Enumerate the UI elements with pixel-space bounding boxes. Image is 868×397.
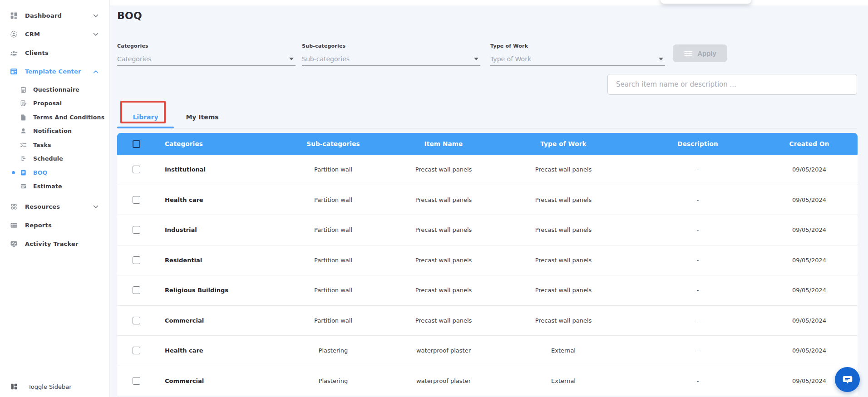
row-checkbox[interactable] <box>133 256 140 264</box>
cell-description: - <box>635 226 761 233</box>
column-header-description: Description <box>635 140 761 147</box>
sidebar-item-tasks[interactable]: Tasks <box>0 138 109 152</box>
row-checkbox[interactable] <box>133 226 140 234</box>
table-row[interactable]: Health carePlasteringwaterproof plasterE… <box>117 336 858 366</box>
cell-created-on: 09/05/2024 <box>761 257 858 264</box>
table-row[interactable]: Religious BuildingsPartition wallPrecast… <box>117 275 858 306</box>
table-header-row: CategoriesSub-categoriesItem NameType of… <box>117 133 858 155</box>
sidebar-item-notification[interactable]: Notification <box>0 124 109 138</box>
chevron-down-icon <box>93 14 99 18</box>
sidebar-item-resources[interactable]: Resources <box>0 197 109 216</box>
cell-type-of-work: Precast wall panels <box>492 226 635 233</box>
sidebar-item-label: Tasks <box>33 142 51 148</box>
chat-widget-button[interactable] <box>835 367 860 392</box>
column-header-item-name: Item Name <box>395 140 492 147</box>
cell-description: - <box>635 166 761 173</box>
row-checkbox[interactable] <box>133 166 140 173</box>
schedule-icon <box>20 155 27 162</box>
cell-sub-categories: Partition wall <box>271 166 395 173</box>
estimate-icon <box>20 183 27 190</box>
sidebar-item-proposal[interactable]: Proposal <box>0 97 109 111</box>
categories-select[interactable]: Categories <box>117 52 296 66</box>
row-checkbox[interactable] <box>133 196 140 204</box>
sidebar-item-schedule[interactable]: Schedule <box>0 152 109 166</box>
toggle-sidebar-button[interactable]: Toggle Sidebar <box>10 382 72 391</box>
row-checkbox[interactable] <box>133 347 140 354</box>
table-row[interactable]: InstitutionalPartition wallPrecast wall … <box>117 155 858 185</box>
categories-filter-label: Categories <box>117 43 296 49</box>
row-checkbox-cell <box>117 286 156 294</box>
tab-library-label: Library <box>133 113 158 121</box>
row-checkbox[interactable] <box>133 286 140 294</box>
sidebar-item-template-center[interactable]: Template Center <box>0 62 109 81</box>
sidebar-item-crm[interactable]: CRM <box>0 25 109 44</box>
search-input[interactable] <box>607 74 857 95</box>
table-row[interactable]: IndustrialPartition wallPrecast wall pan… <box>117 215 858 245</box>
cell-categories: Commercial <box>156 377 271 384</box>
sidebar-item-label: Clients <box>25 49 49 56</box>
questionnaire-icon <box>20 86 27 93</box>
cell-created-on: 09/05/2024 <box>761 166 858 173</box>
active-tab-indicator <box>117 127 174 128</box>
cell-sub-categories: Partition wall <box>271 196 395 203</box>
subcategories-filter-label: Sub-categories <box>302 43 480 49</box>
boq-icon <box>20 169 27 176</box>
select-all-checkbox[interactable] <box>133 140 140 148</box>
sidebar-item-questionnaire[interactable]: Questionnaire <box>0 83 109 97</box>
sidebar-item-reports[interactable]: Reports <box>0 216 109 235</box>
row-checkbox-cell <box>117 196 156 204</box>
sidebar-item-label: Questionnaire <box>33 86 79 93</box>
tabs-baseline <box>117 128 857 128</box>
main-content: BOQ Categories Categories Sub-categories… <box>110 5 868 397</box>
row-checkbox-cell <box>117 166 156 173</box>
sidebar-item-estimate[interactable]: Estimate <box>0 180 109 194</box>
cell-categories: Industrial <box>156 226 271 233</box>
cell-type-of-work: Precast wall panels <box>492 317 635 324</box>
sidebar-item-activity-tracker[interactable]: Activity Tracker <box>0 235 109 253</box>
row-checkbox[interactable] <box>133 377 140 385</box>
subcategories-filter: Sub-categories Sub-categories <box>302 43 480 66</box>
apply-button[interactable]: Apply <box>673 44 727 62</box>
subcategories-select-value: Sub-categories <box>302 55 350 63</box>
app-root: DashboardCRMClientsTemplate CenterQuesti… <box>0 0 868 397</box>
type-of-work-select[interactable]: Type of Work <box>490 52 665 66</box>
tab-my-items[interactable]: My Items <box>174 106 231 128</box>
sidebar-item-label: Proposal <box>33 100 62 107</box>
table-row[interactable]: ResidentialPartition wallPrecast wall pa… <box>117 245 858 276</box>
row-checkbox[interactable] <box>133 317 140 324</box>
cell-type-of-work: Precast wall panels <box>492 287 635 294</box>
cell-sub-categories: Partition wall <box>271 226 395 233</box>
cell-sub-categories: Plastering <box>271 347 395 354</box>
subcategories-select[interactable]: Sub-categories <box>302 52 480 66</box>
sidebar-item-boq[interactable]: BOQ <box>0 166 109 180</box>
sidebar: DashboardCRMClientsTemplate CenterQuesti… <box>0 0 110 397</box>
template-center-icon <box>10 68 18 75</box>
cell-item-name: waterproof plaster <box>395 347 492 354</box>
sidebar-item-label: Schedule <box>33 155 63 162</box>
column-header-type-of-work: Type of Work <box>492 140 635 147</box>
cell-categories: Commercial <box>156 317 271 324</box>
row-checkbox-cell <box>117 377 156 385</box>
table-row[interactable]: CommercialPlasteringwaterproof plasterEx… <box>117 366 858 397</box>
cell-item-name: Precast wall panels <box>395 196 492 203</box>
table-row[interactable]: Health carePartition wallPrecast wall pa… <box>117 185 858 216</box>
row-checkbox-cell <box>117 226 156 234</box>
caret-down-icon <box>659 58 663 60</box>
sidebar-item-terms-and-conditions[interactable]: Terms And Conditions <box>0 110 109 124</box>
cell-item-name: Precast wall panels <box>395 257 492 264</box>
apply-button-label: Apply <box>697 49 716 57</box>
reports-icon <box>10 221 18 229</box>
column-header-created-on: Created On <box>761 140 858 147</box>
cell-categories: Religious Buildings <box>156 287 271 294</box>
notification-icon <box>20 127 27 134</box>
sidebar-item-label: Dashboard <box>25 12 62 19</box>
sidebar-item-label: Estimate <box>33 183 62 190</box>
sidebar-item-label: Reports <box>25 222 52 229</box>
sidebar-item-clients[interactable]: Clients <box>0 44 109 62</box>
tab-library[interactable]: Library <box>117 106 174 128</box>
cell-created-on: 09/05/2024 <box>761 287 858 294</box>
cell-type-of-work: Precast wall panels <box>492 257 635 264</box>
table-row[interactable]: CommercialPartition wallPrecast wall pan… <box>117 306 858 336</box>
sidebar-item-dashboard[interactable]: Dashboard <box>0 6 109 25</box>
crm-icon <box>10 30 18 38</box>
